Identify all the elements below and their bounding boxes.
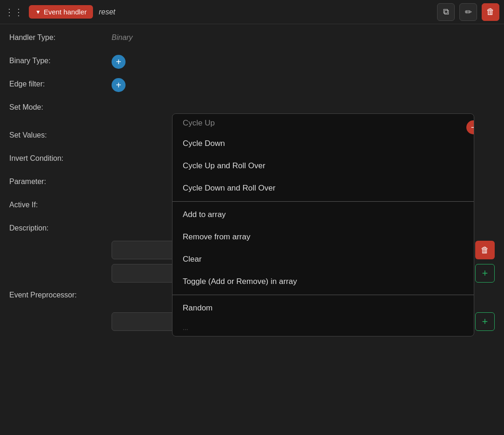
- dropdown-item-cycle-up-label: Cycle Up: [183, 119, 215, 127]
- dropdown-item-bottom-truncated[interactable]: ...: [172, 319, 474, 336]
- active-if-label: Active If:: [9, 199, 112, 209]
- copy-button[interactable]: ⧉: [437, 3, 455, 21]
- divider-1: [172, 201, 474, 202]
- top-bar: ⋮⋮ ▼ Event handler reset ⧉ ✏ 🗑: [0, 0, 504, 24]
- dropdown-item-remove-from-array-label: Remove from array: [183, 232, 250, 241]
- dropdown-item-bottom-truncated-label: ...: [183, 324, 188, 331]
- dropdown-item-clear-label: Clear: [183, 255, 202, 264]
- add-row-3-button[interactable]: +: [475, 312, 495, 331]
- dropdown-item-cycle-up-roll-over[interactable]: Cycle Up and Roll Over: [172, 155, 474, 177]
- edit-icon: ✏: [465, 7, 472, 17]
- event-preprocessor-label: Event Preprocessor:: [9, 289, 112, 299]
- grid-icon: ⋮⋮: [5, 7, 23, 18]
- description-label: Description:: [9, 222, 112, 232]
- dropdown-item-remove-from-array[interactable]: Remove from array: [172, 226, 474, 248]
- invert-condition-label: Invert Condition:: [9, 152, 112, 163]
- parameter-label: Parameter:: [9, 176, 112, 186]
- edge-filter-add-button[interactable]: +: [112, 78, 126, 92]
- delete-row-1-button[interactable]: 🗑: [475, 241, 495, 259]
- reset-label: reset: [99, 8, 115, 16]
- handler-type-value: Binary: [112, 32, 133, 42]
- dropdown-item-toggle-array-label: Toggle (Add or Remove) in array: [183, 277, 297, 286]
- set-mode-label: Set Mode:: [9, 101, 112, 112]
- trash-icon: 🗑: [481, 245, 489, 255]
- divider-2: [172, 295, 474, 295]
- delete-button[interactable]: 🗑: [482, 3, 499, 21]
- dropdown-item-cycle-up[interactable]: Cycle Up: [172, 114, 474, 132]
- top-bar-actions: ⧉ ✏ 🗑: [437, 3, 499, 21]
- set-values-label: Set Values:: [9, 129, 112, 139]
- dropdown-item-cycle-down[interactable]: Cycle Down: [172, 132, 474, 155]
- edit-button[interactable]: ✏: [459, 3, 477, 21]
- dropdown-item-add-to-array[interactable]: Add to array: [172, 204, 474, 226]
- dropdown-item-toggle-array[interactable]: Toggle (Add or Remove) in array: [172, 270, 474, 293]
- copy-icon: ⧉: [443, 7, 449, 17]
- dropdown-item-clear[interactable]: Clear: [172, 248, 474, 270]
- main-content: Handler Type: Binary Binary Type: + Edge…: [0, 24, 504, 343]
- binary-type-row: Binary Type: +: [9, 55, 495, 70]
- set-mode-dropdown: − Cycle Up Cycle Down Cycle Up and Roll …: [172, 113, 474, 336]
- dropdown-item-cycle-up-roll-over-label: Cycle Up and Roll Over: [183, 161, 265, 170]
- dropdown-item-random[interactable]: Random: [172, 297, 474, 319]
- handler-type-label: Handler Type:: [9, 32, 112, 42]
- add-row-2-button[interactable]: +: [475, 264, 495, 283]
- dropdown-item-add-to-array-label: Add to array: [183, 210, 226, 219]
- dropdown-item-random-label: Random: [183, 303, 212, 312]
- handler-type-row: Handler Type: Binary: [9, 32, 495, 46]
- event-handler-label: Event handler: [44, 8, 87, 16]
- dropdown-item-cycle-down-roll-over-label: Cycle Down and Roll Over: [183, 184, 275, 192]
- chevron-icon: ▼: [35, 9, 41, 15]
- binary-type-label: Binary Type:: [9, 55, 112, 65]
- dropdown-item-cycle-down-roll-over[interactable]: Cycle Down and Roll Over: [172, 177, 474, 199]
- trash-icon: 🗑: [486, 7, 495, 17]
- dropdown-item-cycle-down-label: Cycle Down: [183, 139, 225, 148]
- edge-filter-row: Edge filter: +: [9, 78, 495, 93]
- edge-filter-label: Edge filter:: [9, 78, 112, 88]
- binary-type-add-button[interactable]: +: [112, 55, 126, 69]
- event-handler-button[interactable]: ▼ Event handler: [29, 5, 93, 19]
